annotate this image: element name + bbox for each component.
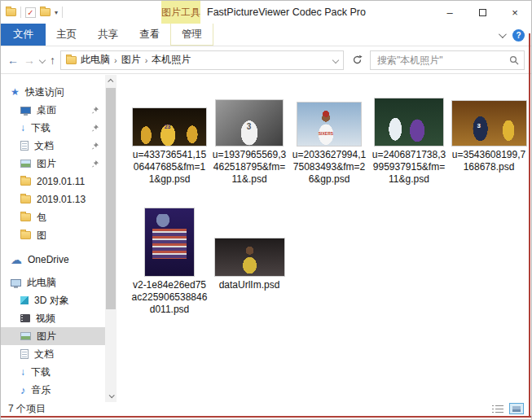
address-bar: ← → ↑ 此电脑 › 图片 › 本机照片 — [1, 46, 531, 74]
desktop-icon — [20, 107, 31, 114]
help-icon[interactable]: ? — [512, 29, 525, 42]
tab-home[interactable]: 主页 — [46, 24, 87, 46]
window-title: FastPictureViewer Codec Pack Pro — [207, 1, 366, 24]
sidebar-item-downloads[interactable]: ↓ 下载 — [1, 119, 105, 137]
file-item[interactable]: 3 u=1937965569,3462518795&fm=11&.psd — [211, 94, 288, 186]
file-item[interactable]: dataUrlIm.psd — [211, 202, 288, 316]
sidebar-item-onedrive[interactable]: ☁ OneDrive — [1, 251, 105, 269]
sidebar-item-videos[interactable]: 视频 — [1, 309, 105, 327]
sidebar-item-folder-tu[interactable]: 图 — [1, 226, 105, 244]
sidebar-item-music[interactable]: ♪ 音乐 — [1, 381, 105, 399]
view-toggles — [492, 403, 524, 414]
sidebar-item-documents[interactable]: 文档 — [1, 137, 105, 155]
jersey-number: 3 — [247, 122, 252, 131]
file-thumbnail[interactable] — [214, 238, 285, 277]
file-item[interactable]: 3 u=3543608199,7168678.psd — [451, 94, 527, 186]
folder-icon[interactable] — [6, 8, 16, 16]
breadcrumb-separator: › — [114, 55, 117, 65]
scrollbar-thumb[interactable] — [106, 88, 116, 309]
tab-file[interactable]: 文件 — [1, 24, 46, 46]
breadcrumb-local-photos[interactable]: 本机照片 — [152, 53, 191, 67]
thumbnail-view-icon[interactable] — [509, 403, 524, 414]
folder-icon[interactable] — [40, 8, 51, 16]
sidebar-item-label: 下载 — [31, 121, 51, 135]
refresh-icon[interactable] — [349, 50, 365, 70]
file-thumbnail[interactable]: SIXERS — [297, 102, 362, 147]
breadcrumb-pictures[interactable]: 图片 — [121, 53, 141, 67]
sidebar-item-this-pc[interactable]: 此电脑 — [1, 273, 105, 291]
history-dropdown-icon[interactable] — [39, 56, 46, 63]
scroll-up-icon[interactable] — [105, 75, 117, 87]
maximize-button[interactable] — [466, 1, 499, 24]
sidebar-item-desktop[interactable]: 桌面 — [1, 101, 105, 119]
search-input[interactable] — [376, 54, 509, 67]
cloud-icon: ☁ — [11, 256, 22, 264]
file-item[interactable]: SIXERS u=2033627994,175083493&fm=26&gp.p… — [291, 94, 367, 186]
file-thumbnail[interactable]: 3 — [215, 99, 284, 147]
sidebar-item-label: 包 — [37, 211, 46, 225]
up-button[interactable]: ↑ — [50, 54, 55, 67]
star-icon: ★ — [11, 86, 20, 98]
sidebar-item-label: 此电脑 — [27, 276, 56, 290]
search-box — [370, 50, 525, 70]
separator — [20, 7, 21, 18]
close-button[interactable]: × — [499, 1, 531, 24]
file-thumbnail[interactable] — [144, 208, 195, 277]
sidebar-item-folder-2019-01-11[interactable]: 2019.01.11 — [1, 173, 105, 190]
sidebar-item-label: 视频 — [36, 312, 55, 326]
sidebar-item-folder-bao[interactable]: 包 — [1, 208, 105, 226]
file-item[interactable]: 23 u=433736541,1506447685&fm=11&gp.psd — [131, 94, 208, 186]
address-dropdown-icon[interactable] — [332, 56, 339, 63]
computer-icon — [11, 279, 21, 287]
breadcrumb[interactable]: 此电脑 › 图片 › 本机照片 — [60, 50, 344, 70]
pictures-icon — [20, 332, 31, 340]
breadcrumb-separator: › — [145, 55, 148, 65]
sidebar-item-label: 音乐 — [32, 383, 51, 397]
file-thumbnail[interactable]: 3 — [451, 100, 527, 147]
sidebar-item-quick-access[interactable]: ★ 快速访问 — [1, 83, 105, 101]
tab-share[interactable]: 共享 — [87, 24, 129, 46]
sidebar-item-label: OneDrive — [28, 254, 69, 265]
pin-icon — [91, 125, 99, 132]
tab-view[interactable]: 查看 — [129, 24, 170, 46]
pin-icon — [91, 142, 99, 150]
sidebar-item-pictures-thispc[interactable]: 图片 — [1, 327, 105, 345]
checkmark-icon[interactable]: ✓ — [25, 7, 36, 18]
file-thumbnail[interactable]: 23 — [132, 107, 207, 147]
file-list: 23 u=433736541,1506447685&fm=11&gp.psd 3… — [117, 75, 531, 402]
file-item[interactable]: v2-1e84e26ed75ac225906538846d011.psd — [131, 202, 208, 316]
file-thumbnail[interactable] — [374, 98, 444, 147]
jersey-number: 23 — [165, 124, 171, 129]
sidebar-item-folder-2019-01-13[interactable]: 2019.01.13 — [1, 190, 105, 208]
pin-icon — [91, 160, 99, 168]
forward-button[interactable]: → — [24, 54, 35, 67]
sidebar-scrollbar[interactable] — [105, 75, 117, 402]
jersey-text: SIXERS — [319, 131, 333, 136]
sidebar-item-label: 快速访问 — [25, 85, 64, 99]
ribbon-collapse-icon[interactable] — [499, 30, 507, 38]
folder-icon — [20, 195, 31, 203]
sidebar-item-label: 2019.01.11 — [37, 176, 85, 187]
sidebar-item-pictures[interactable]: 图片 — [1, 155, 105, 173]
separator — [62, 7, 63, 18]
folder-icon — [20, 213, 31, 221]
search-icon[interactable] — [509, 55, 519, 65]
details-view-icon[interactable] — [492, 405, 503, 413]
sidebar-item-3d-objects[interactable]: 3D 对象 — [1, 291, 105, 309]
sidebar-item-label: 文档 — [34, 139, 54, 153]
sidebar-item-downloads-thispc[interactable]: ↓ 下载 — [1, 363, 105, 381]
file-name: u=3543608199,7168678.psd — [451, 149, 527, 173]
scroll-down-icon[interactable] — [105, 390, 117, 402]
tab-manage[interactable]: 管理 — [170, 24, 213, 46]
file-item[interactable]: u=2406871738,3995937915&fm=11&g.psd — [371, 94, 447, 186]
minimize-button[interactable]: – — [433, 1, 466, 24]
back-button[interactable]: ← — [7, 54, 19, 67]
qat-dropdown-icon[interactable]: ▾ — [55, 9, 58, 16]
sidebar-item-documents-thispc[interactable]: 文档 — [1, 345, 105, 363]
breadcrumb-this-pc[interactable]: 此电脑 — [81, 53, 110, 67]
ribbon-tab-row: 文件 主页 共享 查看 管理 ? — [1, 24, 531, 46]
file-name: u=2033627994,175083493&fm=26&gp.psd — [291, 149, 367, 186]
sidebar-item-label: 图 — [37, 229, 46, 243]
document-icon — [20, 349, 29, 359]
pin-icon — [91, 107, 99, 114]
